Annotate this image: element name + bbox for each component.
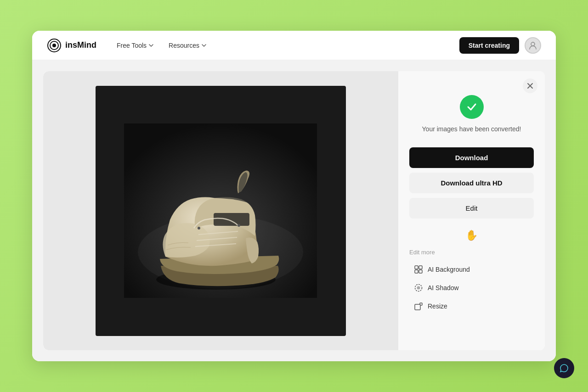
ai-shadow-label: AI Shadow [428,284,459,291]
svg-point-2 [52,44,56,47]
resize-icon [414,302,423,311]
checkmark-icon [466,101,478,113]
close-button[interactable] [523,78,537,93]
edit-more-label: Edit more [409,249,534,256]
app-window: insMind Free Tools Resources Start creat… [32,31,556,361]
svg-rect-7 [214,213,249,226]
ai-background-label: AI Background [428,266,470,273]
edit-more-section: Edit more [409,249,534,314]
nav-free-tools[interactable]: Free Tools [111,38,159,53]
content-card: Your images have been converted! Downloa… [43,71,545,350]
ai-background-icon [414,265,423,274]
download-button[interactable]: Download [409,147,534,168]
svg-rect-15 [415,270,418,273]
success-icon [460,95,484,119]
ai-shadow-icon [414,283,423,292]
chevron-down-icon [148,43,154,48]
edit-more-ai-shadow[interactable]: AI Shadow [409,280,534,296]
success-message: Your images have been converted! [422,125,521,133]
nav-resources[interactable]: Resources [163,38,212,53]
svg-rect-16 [419,270,422,273]
nav-actions: Start creating [459,37,541,54]
user-icon [528,41,537,50]
chat-bubble[interactable] [554,358,574,378]
svg-point-12 [237,224,240,227]
edit-more-resize[interactable]: Resize [409,298,534,314]
svg-rect-13 [415,266,418,269]
svg-rect-14 [419,266,422,269]
resize-label: Resize [428,302,447,310]
svg-point-3 [531,42,535,46]
logo[interactable]: insMind [47,38,96,53]
right-panel: Your images have been converted! Downloa… [398,71,545,350]
chevron-down-icon-2 [201,43,207,48]
start-creating-button[interactable]: Start creating [459,37,519,54]
avatar[interactable] [525,37,541,54]
download-hd-button[interactable]: Download ultra HD [409,173,534,193]
svg-point-11 [198,227,200,230]
main-content: Your images have been converted! Downloa… [32,60,556,361]
image-panel [43,71,398,350]
svg-rect-19 [415,304,420,310]
edit-more-ai-background[interactable]: AI Background [409,261,534,278]
shoe-image [124,123,317,298]
svg-point-18 [417,286,420,290]
chat-icon [560,364,569,373]
action-buttons: Download Download ultra HD Edit [409,147,534,218]
edit-button[interactable]: Edit [409,198,534,218]
nav-links: Free Tools Resources [111,38,459,53]
drag-handle[interactable]: ✋ [465,230,478,241]
navbar: insMind Free Tools Resources Start creat… [32,31,556,60]
edit-more-items: AI Background AI Shadow [409,261,534,314]
close-icon [527,83,533,89]
product-image-container [96,86,346,336]
brand-name: insMind [65,40,96,50]
logo-icon [47,38,62,53]
